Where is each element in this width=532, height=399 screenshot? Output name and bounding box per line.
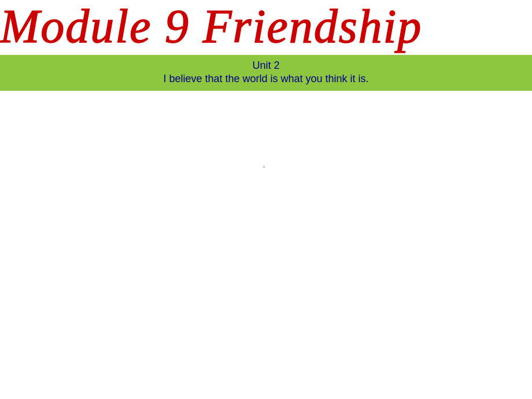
module-title-text: Module 9 Friendship: [0, 0, 422, 53]
main-content-area: [0, 91, 532, 390]
unit-subtitle: I believe that the world is what you thi…: [0, 73, 532, 85]
unit-label: Unit 2: [0, 60, 532, 72]
module-title-container: Module 9 Friendship: [0, 0, 532, 55]
center-dot: [263, 166, 265, 168]
unit-banner: Unit 2 I believe that the world is what …: [0, 55, 532, 91]
